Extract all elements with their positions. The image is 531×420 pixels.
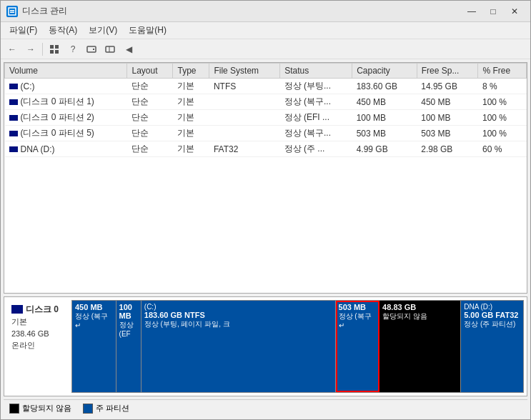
disk-partitions: 450 MB정상 (복구 ↵100 MB정상 (EF(C:)183.60 GB … bbox=[71, 300, 524, 393]
window-title: 디스크 관리 bbox=[22, 5, 462, 17]
disk-partition[interactable]: 450 MB정상 (복구 ↵ bbox=[72, 301, 116, 392]
col-layout[interactable]: Layout bbox=[127, 64, 173, 79]
volume-icon bbox=[9, 84, 18, 89]
disk-table: Volume Layout Type File System Status Ca… bbox=[4, 63, 527, 157]
disk-size-label: 238.46 GB bbox=[11, 328, 67, 340]
toolbar-btn-grid[interactable] bbox=[46, 41, 63, 57]
partition-status: 정상 (복구 ↵ bbox=[339, 311, 377, 329]
partition-status: 정상 (부팅, 페이지 파일, 크 bbox=[144, 319, 332, 329]
table-row[interactable]: DNA (D:)단순기본FAT32정상 (주 ...4.99 GB2.98 GB… bbox=[5, 141, 527, 157]
partition-size: 100 MB bbox=[119, 303, 138, 320]
menu-action[interactable]: 동작(A) bbox=[43, 23, 83, 38]
svg-rect-0 bbox=[9, 8, 16, 15]
col-type[interactable]: Type bbox=[173, 64, 209, 79]
col-filesystem[interactable]: File System bbox=[209, 64, 280, 79]
main-window: 디스크 관리 — □ ✕ 파일(F) 동작(A) 보기(V) 도움말(H) ← … bbox=[0, 0, 531, 420]
legend-box bbox=[9, 404, 19, 414]
volume-icon bbox=[9, 115, 18, 121]
partition-size: 503 MB bbox=[339, 303, 377, 311]
partition-size: 450 MB bbox=[75, 303, 113, 311]
disk-icon bbox=[11, 305, 23, 314]
partition-status: 할당되지 않음 bbox=[382, 311, 457, 321]
toolbar: ← → ? ◀ bbox=[1, 39, 530, 59]
svg-rect-8 bbox=[93, 49, 94, 50]
partition-size: 183.60 GB NTFS bbox=[144, 311, 332, 319]
toolbar-btn-back2[interactable]: ◀ bbox=[120, 41, 137, 57]
disk-row: 디스크 0 기본 238.46 GB 온라인 450 MB정상 (복구 ↵100… bbox=[7, 300, 524, 393]
disk-partition[interactable]: 100 MB정상 (EF bbox=[116, 301, 142, 392]
disk-table-area[interactable]: Volume Layout Type File System Status Ca… bbox=[4, 62, 527, 294]
legend-box bbox=[83, 404, 93, 414]
main-content: Volume Layout Type File System Status Ca… bbox=[1, 59, 530, 419]
menu-bar: 파일(F) 동작(A) 보기(V) 도움말(H) bbox=[1, 22, 530, 39]
svg-rect-3 bbox=[50, 45, 54, 49]
back-button[interactable]: ← bbox=[4, 41, 21, 57]
maximize-button[interactable]: □ bbox=[483, 4, 503, 19]
forward-button[interactable]: → bbox=[22, 41, 39, 57]
partition-size: 48.83 GB bbox=[382, 303, 457, 311]
partition-drive-label: (C:) bbox=[144, 303, 332, 311]
title-bar: 디스크 관리 — □ ✕ bbox=[1, 1, 530, 22]
col-capacity[interactable]: Capacity bbox=[352, 64, 417, 79]
close-button[interactable]: ✕ bbox=[505, 4, 525, 19]
disk-status-label: 온라인 bbox=[11, 339, 67, 351]
toolbar-btn-help[interactable]: ? bbox=[64, 41, 81, 57]
svg-rect-1 bbox=[10, 10, 14, 11]
disk-partition[interactable]: (C:)183.60 GB NTFS정상 (부팅, 페이지 파일, 크 bbox=[142, 301, 336, 392]
table-row[interactable]: (디스크 0 파티션 5)단순기본정상 (복구...503 MB503 MB10… bbox=[5, 126, 527, 141]
col-free[interactable]: Free Sp... bbox=[417, 64, 478, 79]
disk-number: 디스크 0 bbox=[26, 303, 59, 316]
toolbar-btn-disk[interactable] bbox=[83, 41, 100, 57]
legend-item: 주 파티션 bbox=[83, 403, 129, 414]
disk-partition[interactable]: 503 MB정상 (복구 ↵ bbox=[336, 301, 380, 392]
col-pct[interactable]: % Free bbox=[478, 64, 527, 79]
minimize-button[interactable]: — bbox=[462, 4, 482, 19]
disk-partition[interactable]: 48.83 GB할당되지 않음 bbox=[379, 301, 461, 392]
window-controls: — □ ✕ bbox=[462, 4, 525, 19]
app-icon bbox=[6, 6, 18, 17]
disk-visual-area: 디스크 0 기본 238.46 GB 온라인 450 MB정상 (복구 ↵100… bbox=[4, 296, 527, 396]
partition-status: 정상 (EF bbox=[119, 320, 138, 338]
col-status[interactable]: Status bbox=[280, 64, 352, 79]
toolbar-btn-partition[interactable] bbox=[101, 41, 119, 57]
svg-rect-5 bbox=[50, 50, 54, 54]
legend-label: 주 파티션 bbox=[96, 403, 129, 414]
legend-bar: 할당되지 않음주 파티션 bbox=[4, 399, 527, 416]
svg-rect-4 bbox=[55, 45, 59, 49]
menu-help[interactable]: 도움말(H) bbox=[123, 23, 172, 38]
table-row[interactable]: (디스크 0 파티션 1)단순기본정상 (복구...450 MB450 MB10… bbox=[5, 94, 527, 110]
svg-rect-2 bbox=[10, 11, 14, 13]
svg-rect-9 bbox=[106, 46, 114, 52]
disk-label: 디스크 0 기본 238.46 GB 온라인 bbox=[7, 300, 71, 393]
partition-status: 정상 (복구 ↵ bbox=[75, 311, 113, 329]
svg-rect-6 bbox=[55, 50, 59, 54]
col-volume[interactable]: Volume bbox=[5, 64, 127, 79]
disk-partition[interactable]: DNA (D:)5.00 GB FAT32정상 (주 파티션) bbox=[461, 301, 523, 392]
legend-label: 할당되지 않음 bbox=[22, 403, 71, 414]
volume-icon bbox=[9, 99, 18, 105]
table-row[interactable]: (디스크 0 파티션 2)단순기본정상 (EFI ...100 MB100 MB… bbox=[5, 110, 527, 126]
partition-drive-label: DNA (D:) bbox=[464, 303, 520, 311]
partition-status: 정상 (주 파티션) bbox=[464, 319, 520, 329]
disk-type-label: 기본 bbox=[11, 316, 67, 328]
partition-size: 5.00 GB FAT32 bbox=[464, 311, 520, 319]
disk-label-title: 디스크 0 bbox=[11, 303, 67, 316]
table-row[interactable]: (C:)단순기본NTFS정상 (부팅...183.60 GB14.95 GB8 … bbox=[5, 79, 527, 94]
toolbar-separator bbox=[42, 43, 43, 56]
legend-item: 할당되지 않음 bbox=[9, 403, 71, 414]
menu-view[interactable]: 보기(V) bbox=[83, 23, 123, 38]
volume-icon bbox=[9, 146, 18, 152]
menu-file[interactable]: 파일(F) bbox=[4, 23, 43, 38]
svg-rect-7 bbox=[87, 46, 96, 52]
volume-icon bbox=[9, 131, 18, 136]
